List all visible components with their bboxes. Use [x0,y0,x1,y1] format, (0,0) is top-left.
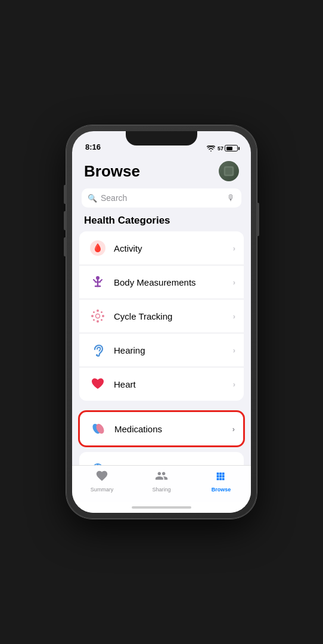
summary-tab-icon [95,469,108,485]
medications-list-item[interactable]: Medications › [80,412,243,445]
medications-highlighted-wrapper: Medications › [78,410,245,447]
svg-point-12 [102,315,104,317]
chevron-icon: › [233,244,235,253]
body-measurements-label: Body Measurements [114,277,233,287]
phone-frame: 8:16 57 [66,125,257,519]
body-measurements-icon [88,272,108,292]
page-header: Browse [72,155,251,186]
home-bar [132,506,191,509]
svg-point-17 [101,319,103,321]
svg-point-18 [96,314,100,318]
list-item[interactable]: Body Measurements › [79,265,244,299]
cycle-tracking-icon [88,306,108,326]
list-item[interactable]: Activity › [79,231,244,265]
mindfulness-icon [88,459,108,465]
microphone-icon[interactable]: 🎙 [227,193,235,203]
heart-label: Heart [114,379,233,389]
browse-tab-label: Browse [212,487,231,493]
svg-rect-1 [225,168,232,175]
activity-icon [88,238,108,258]
heart-icon [88,374,108,394]
tab-bar: Summary Sharing Browse [72,465,251,502]
chevron-icon: › [233,278,235,287]
medications-label: Medications [114,424,232,434]
svg-point-19 [96,354,98,356]
chevron-icon: › [233,465,235,466]
medications-icon [88,419,108,439]
battery-icon: 57 [218,145,238,151]
status-icons: 57 [207,145,238,151]
svg-point-15 [101,311,103,313]
hearing-icon [88,340,108,360]
search-icon: 🔍 [88,194,97,203]
list-item[interactable]: Cycle Tracking › [79,299,244,333]
list-item[interactable]: Mindfulness › [79,452,244,465]
search-bar[interactable]: 🔍 Search 🎙 [82,188,241,208]
mindfulness-label: Mindfulness [114,464,233,466]
svg-point-11 [91,315,94,317]
categories-list: Activity › [79,231,244,401]
tab-summary[interactable]: Summary [72,469,132,493]
list-item[interactable]: Heart › [79,367,244,401]
section-title: Health Categories [72,215,251,231]
home-indicator [72,502,251,513]
activity-label: Activity [114,243,233,253]
svg-point-13 [97,320,99,323]
chevron-icon: › [233,312,235,321]
tab-browse[interactable]: Browse [191,469,251,493]
wifi-icon [207,145,215,151]
status-time: 8:16 [85,143,101,151]
chevron-icon: › [233,346,235,355]
svg-point-16 [93,319,95,321]
scroll-content[interactable]: Browse 🔍 Search 🎙 Health Categories [72,155,251,465]
user-avatar[interactable] [219,161,239,181]
summary-tab-label: Summary [91,487,114,493]
svg-point-10 [97,309,99,312]
chevron-icon: › [233,380,235,389]
sharing-tab-icon [155,469,168,485]
hearing-label: Hearing [114,345,233,355]
notch [126,131,197,145]
svg-line-9 [100,280,102,281]
tab-sharing[interactable]: Sharing [132,469,191,493]
chevron-icon: › [232,425,235,434]
browse-tab-icon [215,469,228,485]
svg-line-8 [94,280,95,281]
page-title: Browse [84,162,140,181]
search-placeholder: Search [101,193,223,203]
list-item[interactable]: Hearing › [79,333,244,367]
phone-screen: 8:16 57 [72,131,251,513]
svg-point-14 [93,311,95,313]
cycle-tracking-label: Cycle Tracking [114,311,233,321]
sharing-tab-label: Sharing [152,487,170,493]
categories-list-2: Mindfulness › [79,452,244,465]
